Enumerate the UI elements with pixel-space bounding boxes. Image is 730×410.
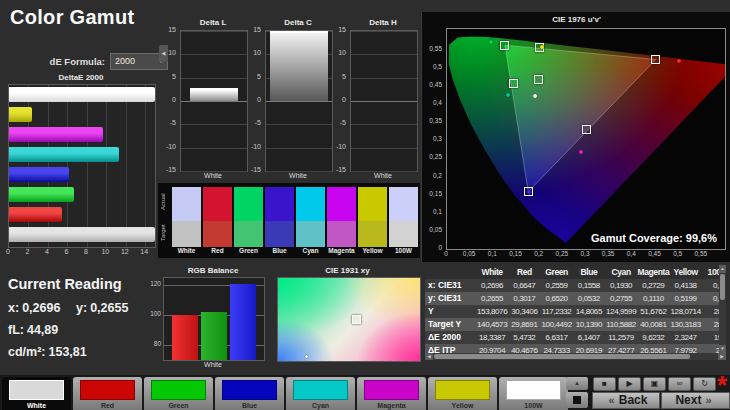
continuous-button[interactable]: ∞	[668, 377, 691, 391]
pattern-button-blue[interactable]: Blue	[215, 377, 284, 410]
gridline	[48, 85, 49, 247]
y-tick-label: -15	[243, 166, 261, 173]
pattern-button-red[interactable]: Red	[73, 377, 142, 410]
pattern-button-green[interactable]: Green	[144, 377, 213, 410]
cie1976-title: CIE 1976 u'v'	[422, 15, 730, 24]
swatch-comparison-panel: Actual Target WhiteRedGreenBlueCyanMagen…	[158, 183, 420, 258]
actual-swatch	[389, 187, 418, 221]
table-cell: 30,3406	[508, 305, 540, 318]
pattern-button-100w[interactable]: 100W	[499, 377, 568, 410]
deltae-bar-green	[9, 187, 74, 202]
scroll-left-icon[interactable]: ◀	[425, 353, 433, 360]
color-patch	[364, 380, 419, 400]
y-tick-label: 10	[243, 49, 261, 56]
table-cell: 130,3183	[670, 318, 702, 331]
table-cell: 11,2579	[605, 331, 637, 344]
vertical-scroll-thumb[interactable]	[720, 274, 725, 300]
table-row: Y153,807630,3406117,233214,8065124,95995…	[425, 305, 726, 318]
lch-chart-plot	[180, 30, 248, 172]
swatch-column-yellow: Yellow	[358, 183, 387, 258]
actual-swatch	[327, 187, 356, 221]
swatch-column-green: Green	[234, 183, 263, 258]
stop-button[interactable]: ■	[593, 377, 616, 391]
table-cell: 26,5561	[637, 344, 669, 353]
y-tick-label: -5	[243, 119, 261, 126]
pattern-button-cyan[interactable]: Cyan	[286, 377, 355, 410]
y-tick-label: 0,4	[422, 99, 442, 106]
gridline	[351, 31, 417, 32]
swatch-label: Green	[231, 247, 266, 254]
scroll-right-icon[interactable]: ▶	[718, 353, 726, 360]
back-button[interactable]: «Back	[592, 392, 660, 409]
y-tick-label: 0,05	[422, 226, 442, 233]
y-tick-label: 0,2	[422, 172, 442, 179]
swatch-column-blue: Blue	[265, 183, 294, 258]
gridline	[181, 124, 247, 125]
y-tick-label: -10	[158, 143, 176, 150]
de-formula-label: dE Formula:	[20, 56, 105, 67]
refresh-button[interactable]: ↻	[693, 377, 716, 391]
gridline	[181, 31, 247, 32]
horizontal-scroll-thumb[interactable]	[434, 354, 690, 359]
pattern-button-label: Blue	[215, 402, 284, 409]
deltae-bar-100w	[9, 87, 155, 102]
table-row: y: CIE310,26550,30170,65200,05320,27550,…	[425, 292, 726, 305]
lch-category-label: White	[265, 172, 331, 179]
y-tick-label: 0,3	[422, 135, 442, 142]
up-arrow-icon: ▲	[574, 380, 580, 386]
table-row-label: y: CIE31	[425, 292, 476, 305]
rgb-balance-y-axis: 12010080	[140, 277, 161, 359]
x-tick-label: 0,3	[574, 250, 596, 257]
gridline	[87, 85, 88, 247]
table-cell: 0,2655	[476, 292, 508, 305]
app-window: Color Gamut dE Formula: 2000 ▼ ◀ DeltaE …	[0, 0, 730, 410]
deltae-bar-magenta	[9, 127, 103, 142]
table-cell: 153,8076	[476, 305, 508, 318]
lch-bar	[270, 31, 328, 101]
table-header-row: WhiteRedGreenBlueCyanMagentaYellow100W	[425, 265, 726, 279]
actual-swatch	[358, 187, 387, 221]
next-button[interactable]: Next»	[661, 392, 730, 409]
swatch-column-white: White	[172, 183, 201, 258]
measured-dot	[677, 59, 681, 63]
rgb-bar-green	[201, 312, 227, 360]
gridline	[351, 124, 417, 125]
table-cell: 0,2729	[637, 279, 669, 292]
gridline	[181, 101, 247, 102]
swatch-label: White	[169, 247, 204, 254]
pattern-button-yellow[interactable]: Yellow	[428, 377, 497, 410]
table-row: ΔE 200018,33875,47326,63176,140711,25799…	[425, 331, 726, 344]
rgb-balance-category: White	[163, 361, 263, 368]
measured-dot	[527, 190, 531, 194]
table-cell: 18,3387	[476, 331, 508, 344]
actual-swatch	[265, 187, 294, 221]
table-cell: 0,2696	[476, 279, 508, 292]
table-cell: 0,4138	[670, 279, 702, 292]
y-tick-label: 0,55	[422, 45, 442, 52]
play-button[interactable]: ▶	[618, 377, 641, 391]
table-cell: 0,1558	[573, 279, 605, 292]
vertical-scrollbar[interactable]: ▲ ▼	[719, 265, 726, 353]
table-cell: 0,3017	[508, 292, 540, 305]
actual-swatch	[203, 187, 232, 221]
x-tick-label: 14	[137, 248, 151, 255]
table-cell: 6,1407	[573, 331, 605, 344]
save-button[interactable]: ▣	[643, 377, 666, 391]
pattern-up-button[interactable]: ▲	[566, 377, 588, 390]
scroll-up-icon[interactable]: ▲	[719, 265, 726, 273]
horizontal-scrollbar[interactable]: ◀ ▶	[425, 353, 726, 360]
cie1976-panel: CIE 1976 u'v' 00,050,10,150,20,250,30,35…	[421, 12, 730, 262]
gridline	[266, 124, 332, 125]
pattern-button-magenta[interactable]: Magenta	[357, 377, 426, 410]
table-row-label: ΔE ITP	[425, 344, 476, 353]
table-cell: 117,2332	[541, 305, 573, 318]
pattern-button-white[interactable]: White	[2, 377, 71, 410]
x-tick-label: 0,55	[690, 250, 712, 257]
gridline	[351, 54, 417, 55]
table-cell: 124,9599	[605, 305, 637, 318]
pattern-button-label: Magenta	[357, 402, 426, 409]
scroll-down-icon[interactable]: ▼	[719, 345, 726, 353]
cie1931-target-marker	[352, 315, 361, 324]
table-column-header: Green	[541, 265, 573, 279]
pattern-window-button[interactable]	[566, 392, 588, 408]
